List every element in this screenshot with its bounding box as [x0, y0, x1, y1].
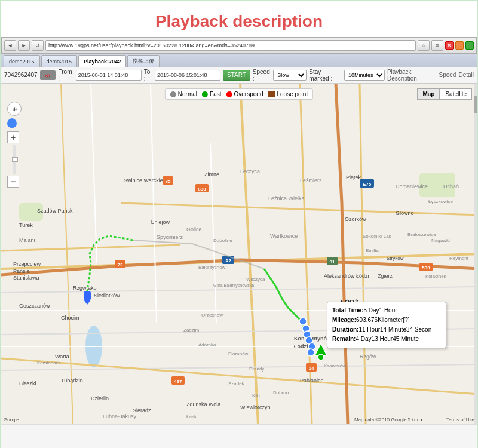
svg-text:Gołice: Gołice: [186, 226, 202, 232]
speed-select[interactable]: Slow Normal Fast: [273, 70, 307, 81]
legend-normal-dot: [170, 91, 176, 97]
legend-overspeed-dot: [226, 91, 232, 97]
map-copyright: Google: [4, 417, 19, 422]
svg-text:72: 72: [118, 262, 123, 268]
close-window-btn[interactable]: ✕: [445, 41, 454, 50]
menu-btn[interactable]: ≡: [431, 40, 443, 51]
playback-desc-tab[interactable]: Playback Description: [387, 69, 437, 82]
from-date-input[interactable]: [76, 70, 142, 81]
svg-text:E75: E75: [363, 182, 372, 187]
legend-normal-label: Normal: [178, 91, 197, 97]
svg-text:Stanisława: Stanisława: [13, 275, 39, 281]
zoom-in-button[interactable]: +: [7, 131, 19, 143]
legend-fast-dot: [202, 91, 208, 97]
svg-text:Adámka: Adámka: [198, 342, 216, 348]
stay-marked-select[interactable]: 10Minutes 5Minutes: [344, 70, 385, 81]
detail-tab[interactable]: Detail: [458, 72, 474, 78]
svg-text:Lubna-Jakusy: Lubna-Jakusy: [103, 413, 137, 419]
svg-rect-0: [1, 84, 477, 424]
svg-text:Blaszki: Blaszki: [19, 381, 36, 386]
svg-text:Turek: Turek: [19, 222, 33, 228]
svg-text:530: 530: [422, 265, 430, 271]
map-scale: Map data ©2015 Google 5 km: [354, 417, 441, 422]
svg-text:Zgierz: Zgierz: [378, 273, 393, 279]
to-date-input[interactable]: [155, 70, 220, 81]
tab-demo2015-1[interactable]: demo2015: [4, 55, 40, 67]
svg-text:Uchań: Uchań: [443, 183, 459, 189]
map-background: 72 91 14 A1 A2 85 830 467 E75: [1, 84, 477, 424]
svg-text:Ksawerów: Ksawerów: [324, 363, 346, 369]
svg-text:Stryków: Stryków: [387, 256, 404, 261]
svg-text:Głowno: Głowno: [396, 210, 414, 216]
svg-text:Dąboline: Dąboline: [213, 238, 232, 243]
star-btn[interactable]: ☆: [418, 40, 430, 51]
tab-demo2015-2[interactable]: demo2015: [41, 55, 78, 67]
svg-text:Szadek: Szadek: [228, 381, 245, 386]
start-button[interactable]: START: [223, 70, 250, 81]
tab-playback[interactable]: Playback:7042: [78, 55, 126, 67]
map-terms[interactable]: Terms of Use: [446, 417, 474, 422]
title-area: Playback description: [1, 1, 477, 37]
right-scrollbar[interactable]: [474, 84, 477, 424]
svg-text:Wiewiorczyn: Wiewiorczyn: [240, 404, 271, 410]
popup-total-time: Total Time:5 Day1 Hour: [332, 306, 441, 315]
legend-overspeed: Overspeed: [226, 91, 263, 97]
popup-remain: Remain:4 Day13 Hour45 Minute: [332, 335, 441, 344]
legend-loose-dot: [268, 91, 275, 97]
map-container[interactable]: 72 91 14 A1 A2 85 830 467 E75: [1, 84, 477, 424]
scrollbar-thumb[interactable]: [474, 96, 477, 113]
svg-text:467: 467: [174, 379, 182, 384]
svg-text:Kiki: Kiki: [252, 393, 260, 398]
svg-text:Piorunów: Piorunów: [228, 351, 249, 357]
svg-text:Siedlatków: Siedlatków: [94, 293, 120, 299]
map-type-satellite[interactable]: Satellite: [440, 88, 472, 100]
speed-tab[interactable]: Speed: [439, 72, 456, 78]
svg-point-111: [318, 354, 324, 360]
minimize-btn[interactable]: _: [455, 41, 464, 50]
svg-text:Szadów Pański: Szadów Pański: [37, 208, 74, 214]
legend-loose-label: Loose point: [277, 91, 308, 97]
legend-normal: Normal: [170, 91, 197, 97]
svg-text:Wartkowice: Wartkowice: [270, 233, 298, 239]
svg-text:Nagawki: Nagawki: [431, 238, 450, 243]
pegman[interactable]: [7, 118, 17, 128]
scale-bar-visual: [421, 419, 439, 421]
from-label: From :: [58, 69, 73, 82]
nav-forward[interactable]: ►: [18, 40, 30, 51]
legend-fast: Fast: [202, 91, 221, 97]
speed-label: Speed :: [253, 69, 271, 82]
svg-point-104: [299, 318, 307, 325]
nav-refresh[interactable]: ↺: [32, 40, 44, 51]
svg-text:Spycimierz: Spycimierz: [157, 234, 183, 240]
svg-text:Reymont: Reymont: [449, 256, 469, 261]
url-bar[interactable]: http://www.19gps.net/user/playback.html?…: [45, 40, 416, 51]
svg-text:Orzechów: Orzechów: [201, 312, 223, 318]
svg-rect-112: [84, 291, 91, 300]
legend-fast-label: Fast: [210, 91, 221, 97]
map-type-buttons: Map Satellite: [417, 88, 472, 100]
vehicle-id-label: 7042962407: [4, 72, 38, 78]
svg-text:Pabianice: Pabianice: [300, 378, 324, 383]
browser-chrome: ◄ ► ↺ http://www.19gps.net/user/playback…: [1, 37, 477, 54]
map-type-map[interactable]: Map: [417, 88, 440, 100]
svg-text:Kolacinek: Kolacinek: [425, 274, 447, 279]
zoom-out-button[interactable]: −: [7, 176, 19, 188]
svg-text:Dzierlin: Dzierlin: [91, 395, 109, 401]
svg-text:Bałdrzychów: Bałdrzychów: [198, 265, 226, 270]
svg-text:Tubądzin: Tubądzin: [61, 378, 83, 383]
legend-overspeed-label: Overspeed: [234, 91, 263, 97]
main-container: Playback description ◄ ► ↺ http://www.19…: [0, 0, 478, 448]
svg-text:91: 91: [330, 259, 335, 265]
svg-text:Góra Bałdrzychowska: Góra Bałdrzychowska: [213, 283, 254, 288]
svg-text:Sokolniki-Las: Sokolniki-Las: [363, 234, 391, 239]
svg-point-109: [307, 349, 314, 356]
maximize-btn[interactable]: □: [465, 41, 474, 50]
map-legend: Normal Fast Overspeed Loose point: [165, 88, 313, 100]
compass-button[interactable]: ⊕: [7, 102, 22, 116]
tab-upload[interactable]: 指挥上传: [127, 55, 160, 67]
zoom-slider[interactable]: [13, 145, 16, 174]
nav-back[interactable]: ◄: [4, 40, 16, 51]
popup-duration: Duration:11 Hour14 Minute34 Secon: [332, 325, 441, 335]
svg-text:Leczyca: Leczyca: [240, 168, 260, 174]
page-title: Playback description: [155, 12, 323, 30]
